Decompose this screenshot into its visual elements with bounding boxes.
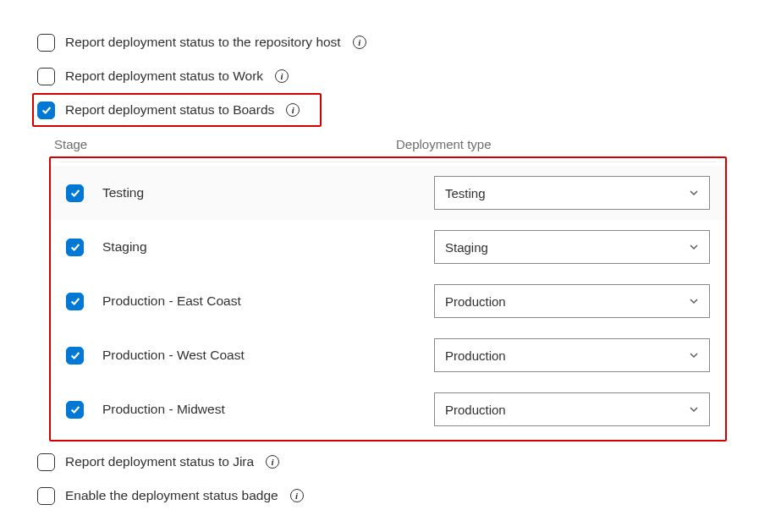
table-row: Testing Testing xyxy=(51,166,725,220)
table-row: Staging Staging xyxy=(51,220,725,274)
info-icon[interactable]: i xyxy=(266,455,279,469)
chevron-down-icon xyxy=(689,350,699,360)
option-row-boards: Report deployment status to Boards i xyxy=(32,93,322,127)
checkbox-jira[interactable] xyxy=(37,453,55,471)
dropdown-value: Production xyxy=(445,348,506,363)
stage-name: Staging xyxy=(102,239,415,255)
table-row: Production - East Coast Production xyxy=(51,274,725,328)
checkbox-boards[interactable] xyxy=(37,101,55,119)
stage-name: Testing xyxy=(102,185,415,200)
info-icon[interactable]: i xyxy=(286,103,300,117)
checkbox-repo-host[interactable] xyxy=(37,34,55,52)
table-row: Production - West Coast Production xyxy=(51,328,725,382)
info-icon[interactable]: i xyxy=(290,489,304,502)
info-icon[interactable]: i xyxy=(353,36,366,49)
option-label-work: Report deployment status to Work xyxy=(65,69,263,84)
option-label-boards: Report deployment status to Boards xyxy=(65,102,274,118)
checkbox-stage[interactable] xyxy=(66,347,84,365)
stages-section: Stage Deployment type Testing Testing St… xyxy=(49,130,727,442)
dropdown-value: Staging xyxy=(445,240,488,255)
option-row-repo-host: Report deployment status to the reposito… xyxy=(32,25,727,59)
checkbox-stage[interactable] xyxy=(66,184,84,202)
dropdown-value: Testing xyxy=(445,186,486,200)
checkbox-stage[interactable] xyxy=(66,293,84,310)
stage-name: Production - West Coast xyxy=(102,348,415,363)
option-label-repo-host: Report deployment status to the reposito… xyxy=(65,35,341,50)
deployment-type-dropdown[interactable]: Production xyxy=(434,284,710,318)
option-label-jira: Report deployment status to Jira xyxy=(65,454,254,469)
deployment-type-dropdown[interactable]: Production xyxy=(434,338,710,372)
chevron-down-icon xyxy=(689,188,699,198)
dropdown-value: Production xyxy=(445,403,506,417)
chevron-down-icon xyxy=(689,296,699,306)
divider xyxy=(59,162,717,162)
option-row-badge: Enable the deployment status badge i xyxy=(32,479,727,513)
checkbox-stage[interactable] xyxy=(66,239,84,256)
stage-name: Production - East Coast xyxy=(102,293,415,309)
stage-name: Production - Midwest xyxy=(102,402,415,417)
column-header-stage: Stage xyxy=(49,137,396,151)
table-row: Production - Midwest Production xyxy=(51,382,725,436)
deployment-type-dropdown[interactable]: Testing xyxy=(434,176,710,210)
deployment-type-dropdown[interactable]: Staging xyxy=(434,230,710,264)
checkbox-badge[interactable] xyxy=(37,487,55,505)
column-header-deployment-type: Deployment type xyxy=(396,137,727,151)
stages-table-body: Testing Testing Staging Staging Producti… xyxy=(49,156,727,442)
chevron-down-icon xyxy=(689,242,699,252)
dropdown-value: Production xyxy=(445,294,506,309)
option-row-work: Report deployment status to Work i xyxy=(32,59,727,93)
table-header-row: Stage Deployment type xyxy=(49,130,727,156)
deployment-type-dropdown[interactable]: Production xyxy=(434,392,710,426)
option-label-badge: Enable the deployment status badge xyxy=(65,488,278,503)
checkbox-work[interactable] xyxy=(37,68,55,85)
info-icon[interactable]: i xyxy=(275,69,289,83)
checkbox-stage[interactable] xyxy=(66,401,84,419)
chevron-down-icon xyxy=(689,404,699,414)
option-row-jira: Report deployment status to Jira i xyxy=(32,445,727,479)
